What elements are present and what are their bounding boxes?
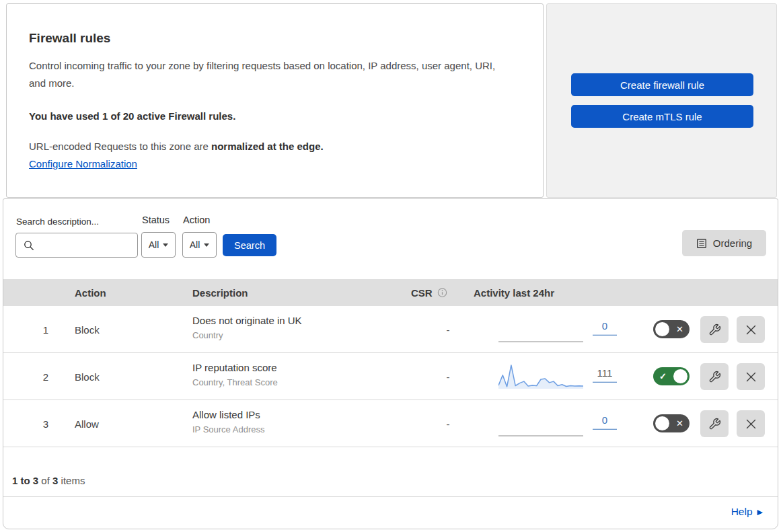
edit-rule-button[interactable] — [700, 410, 729, 437]
items-range: 1 to 3 — [12, 475, 38, 486]
arrow-right-icon: ▶ — [757, 508, 763, 516]
rule-enable-toggle[interactable]: ✓ ✕ — [653, 320, 690, 338]
chevron-down-icon — [163, 243, 168, 247]
delete-rule-button[interactable] — [737, 410, 765, 437]
rule-priority: 2 — [36, 371, 56, 382]
rule-enable-toggle[interactable]: ✓ ✕ — [653, 367, 690, 385]
rule-description: Allow listed IPs — [192, 409, 264, 420]
search-box — [15, 233, 138, 258]
list-icon — [696, 238, 707, 249]
search-icon — [24, 240, 34, 251]
close-icon — [745, 418, 757, 430]
status-dropdown[interactable]: All — [141, 232, 176, 258]
normalization-note: URL-encoded Requests to this zone are no… — [29, 141, 521, 152]
column-csr-label: CSR — [411, 287, 433, 299]
configure-normalization-link[interactable]: Configure Normalization — [29, 158, 137, 169]
activity-sparkline — [498, 315, 583, 344]
rule-description-cell: Allow listed IPs IP Source Address — [192, 409, 264, 434]
help-link[interactable]: Help▶ — [731, 506, 763, 518]
table-row: 2 Block IP reputation score Country, Thr… — [3, 353, 778, 400]
action-label: Action — [183, 215, 210, 225]
activity-count-link[interactable]: 111 — [593, 367, 617, 382]
page-description: Control incoming traffic to your zone by… — [29, 57, 510, 92]
chevron-down-icon — [204, 243, 209, 247]
activity-count-link[interactable]: 0 — [593, 414, 617, 429]
action-dropdown-value: All — [190, 239, 200, 250]
info-icon — [437, 288, 447, 298]
page-title: Firewall rules — [29, 31, 543, 46]
rule-action: Block — [75, 324, 100, 335]
delete-rule-button[interactable] — [737, 363, 765, 390]
rule-description: IP reputation score — [192, 362, 278, 373]
activity-sparkline — [498, 409, 583, 439]
activity-sparkline — [498, 362, 583, 391]
rule-description-cell: Does not originate in UK Country — [192, 315, 302, 340]
rule-fields: Country — [192, 330, 302, 340]
actions-panel: Create firewall rule Create mTLS rule — [546, 3, 777, 198]
table-row: 3 Allow Allow listed IPs IP Source Addre… — [3, 400, 778, 447]
table-row: 1 Block Does not originate in UK Country… — [3, 306, 778, 353]
rule-fields: IP Source Address — [192, 424, 264, 434]
status-label: Status — [142, 215, 170, 225]
close-icon — [745, 324, 757, 336]
rule-fields: Country, Threat Score — [192, 377, 278, 387]
rule-csr-value: - — [431, 418, 465, 429]
rule-priority: 3 — [36, 418, 56, 429]
ordering-button-label: Ordering — [713, 237, 752, 249]
rules-list-card: Search description... Status Action All … — [3, 198, 778, 529]
action-dropdown[interactable]: All — [182, 232, 217, 258]
wrench-icon — [708, 418, 721, 430]
rule-action: Allow — [75, 418, 99, 429]
table-header: Action Description CSR Activity last 24h… — [3, 279, 778, 306]
footer-divider — [3, 496, 778, 497]
usage-summary: You have used 1 of 20 active Firewall ru… — [29, 110, 521, 122]
rule-csr-value: - — [431, 324, 465, 335]
normalization-bold: normalized at the edge. — [211, 141, 324, 152]
column-description: Description — [192, 287, 248, 299]
ordering-button[interactable]: Ordering — [682, 230, 766, 256]
rule-description: Does not originate in UK — [192, 315, 302, 326]
help-label: Help — [731, 506, 753, 518]
toggle-x-icon: ✕ — [676, 324, 683, 334]
table-body: 1 Block Does not originate in UK Country… — [3, 306, 778, 447]
activity-count-link[interactable]: 0 — [593, 319, 617, 335]
rule-description-cell: IP reputation score Country, Threat Scor… — [192, 362, 278, 387]
toggle-knob — [673, 369, 687, 383]
rule-csr-value: - — [431, 371, 465, 382]
edit-rule-button[interactable] — [700, 316, 729, 343]
delete-rule-button[interactable] — [737, 316, 765, 343]
create-firewall-rule-button[interactable]: Create firewall rule — [571, 73, 753, 96]
column-activity: Activity last 24hr — [474, 287, 554, 299]
edit-rule-button[interactable] — [700, 363, 729, 390]
firewall-rules-card: Firewall rules Control incoming traffic … — [6, 3, 544, 198]
search-label: Search description... — [16, 217, 99, 227]
rule-action: Block — [75, 371, 100, 382]
rule-enable-toggle[interactable]: ✓ ✕ — [653, 414, 690, 432]
toggle-x-icon: ✕ — [676, 418, 683, 428]
search-button[interactable]: Search — [223, 234, 276, 256]
items-count: 1 to 3 of 3 items — [12, 475, 85, 486]
column-csr: CSR — [411, 287, 447, 299]
column-action: Action — [75, 287, 106, 299]
normalization-text: URL-encoded Requests to this zone are — [29, 141, 211, 152]
wrench-icon — [708, 324, 721, 336]
create-mtls-rule-button[interactable]: Create mTLS rule — [571, 105, 753, 128]
wrench-icon — [708, 371, 721, 383]
toggle-check-icon: ✓ — [659, 371, 667, 381]
toggle-knob — [655, 322, 669, 336]
status-dropdown-value: All — [149, 239, 159, 250]
close-icon — [745, 371, 757, 383]
search-input[interactable] — [16, 233, 137, 257]
toggle-knob — [655, 416, 669, 430]
rule-priority: 1 — [36, 324, 56, 335]
